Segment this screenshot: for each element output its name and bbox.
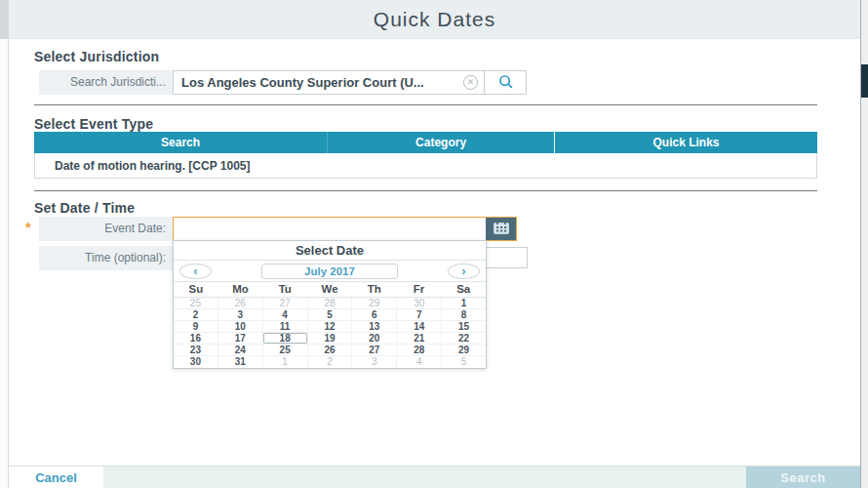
weekday-label: Su [174, 282, 218, 297]
calendar-day[interactable]: 29 [352, 298, 397, 308]
page-left-gutter [0, 0, 9, 488]
calendar-day[interactable]: 15 [442, 321, 486, 332]
event-date-row: Event Date: [39, 217, 517, 241]
chevron-right-icon: › [462, 264, 466, 278]
section-divider [34, 104, 817, 105]
calendar-week-row: 23242526272829 [174, 345, 486, 356]
calendar-week-row: 16171819202122 [174, 333, 486, 345]
calendar-day[interactable]: 25 [263, 345, 308, 355]
jurisdiction-search-group: Search Jurisdicti... ✕ [39, 70, 527, 95]
calendar-day[interactable]: 1 [263, 356, 308, 368]
column-header-quick-links[interactable]: Quick Links [555, 132, 817, 153]
event-type-table-header: SearchCategoryQuick Links [34, 132, 817, 153]
column-header-search[interactable]: Search [34, 132, 328, 153]
calendar-day[interactable]: 14 [397, 321, 442, 332]
set-date-time-heading: Set Date / Time [34, 200, 135, 216]
column-header-category[interactable]: Category [328, 132, 555, 153]
calendar-day[interactable]: 30 [397, 298, 442, 308]
select-event-type-heading: Select Event Type [34, 116, 153, 132]
jurisdiction-field-label: Search Jurisdicti... [39, 70, 173, 95]
date-picker-popup: Select Date ‹ July 2017 › SuMoTuWeThFrSa… [173, 240, 487, 369]
scrollbar-thumb[interactable] [861, 64, 868, 98]
jurisdiction-input[interactable] [173, 70, 485, 95]
calendar-day[interactable]: 4 [397, 356, 442, 368]
calendar-day[interactable]: 25 [174, 298, 218, 308]
event-type-row[interactable]: Date of motion hearing. [CCP 1005] [34, 153, 817, 179]
calendar-day[interactable]: 2 [174, 309, 218, 320]
cancel-button[interactable]: Cancel [9, 467, 103, 488]
calendar-day[interactable]: 8 [442, 309, 486, 320]
dialog-footer: Cancel Search [9, 466, 860, 488]
calendar-day[interactable]: 16 [174, 333, 218, 344]
magnifier-icon [497, 73, 514, 93]
calendar-day[interactable]: 4 [263, 309, 308, 320]
month-year-button[interactable]: July 2017 [261, 264, 398, 279]
calendar-day[interactable]: 5 [308, 309, 353, 320]
calendar-day[interactable]: 20 [352, 333, 397, 344]
calendar-day[interactable]: 21 [397, 333, 442, 344]
calendar-day[interactable]: 6 [352, 309, 397, 320]
calendar-day[interactable]: 26 [218, 298, 263, 308]
calendar-day[interactable]: 7 [397, 309, 442, 320]
event-type-table: SearchCategoryQuick Links Date of motion… [34, 132, 817, 179]
weekday-label: Mo [218, 282, 263, 297]
event-type-table-body: Date of motion hearing. [CCP 1005] [34, 153, 817, 179]
dialog-header: Quick Dates [9, 0, 860, 39]
calendar-day[interactable]: 28 [397, 345, 442, 355]
clear-icon[interactable]: ✕ [463, 75, 478, 90]
calendar-day[interactable]: 3 [218, 309, 263, 320]
calendar-grid: 2526272829301234567891011121314151617181… [174, 298, 486, 368]
calendar-day[interactable]: 5 [442, 356, 486, 368]
calendar-day[interactable]: 11 [263, 321, 308, 332]
calendar-day[interactable]: 27 [263, 298, 308, 308]
calendar-day-today[interactable]: 18 [263, 333, 308, 344]
vertical-scrollbar[interactable] [860, 0, 868, 488]
search-button[interactable]: Search [746, 467, 860, 488]
time-label: Time (optional): [39, 246, 173, 270]
weekday-label: Fr [397, 282, 442, 297]
calendar-day[interactable]: 2 [308, 356, 353, 368]
required-asterisk-icon: * [25, 219, 31, 235]
calendar-day[interactable]: 19 [308, 333, 353, 344]
calendar-day[interactable]: 12 [308, 321, 353, 332]
weekday-header-row: SuMoTuWeThFrSa [174, 282, 486, 298]
jurisdiction-search-button[interactable] [485, 70, 527, 95]
calendar-week-row: 9101112131415 [174, 321, 486, 333]
date-picker-title: Select Date [174, 241, 486, 261]
previous-month-button[interactable]: ‹ [179, 264, 212, 279]
calendar-icon [493, 222, 509, 237]
calendar-day[interactable]: 9 [174, 321, 218, 332]
calendar-toggle-button[interactable] [486, 218, 516, 240]
calendar-day[interactable]: 23 [174, 345, 218, 355]
calendar-week-row: 2526272829301 [174, 298, 486, 309]
event-date-input[interactable] [174, 218, 486, 240]
page-left-gutter-top [0, 0, 8, 39]
next-month-button[interactable]: › [448, 264, 480, 279]
calendar-day[interactable]: 29 [442, 345, 486, 355]
quick-dates-dialog: Quick Dates Select Jurisdiction Search J… [9, 0, 860, 488]
weekday-label: We [307, 282, 352, 297]
calendar-day[interactable]: 17 [218, 333, 263, 344]
weekday-label: Th [352, 282, 397, 297]
jurisdiction-input-wrap: ✕ [173, 70, 485, 95]
calendar-day[interactable]: 3 [352, 356, 397, 368]
event-date-input-group [173, 217, 517, 241]
calendar-day[interactable]: 26 [308, 345, 353, 355]
calendar-day[interactable]: 13 [352, 321, 397, 332]
section-divider [34, 190, 817, 191]
weekday-label: Tu [262, 282, 307, 297]
calendar-day[interactable]: 28 [308, 298, 353, 308]
calendar-day[interactable]: 1 [442, 298, 486, 308]
calendar-day[interactable]: 10 [218, 321, 263, 332]
calendar-week-row: 2345678 [174, 309, 486, 321]
weekday-label: Sa [441, 282, 486, 297]
calendar-day[interactable]: 31 [218, 356, 263, 368]
dialog-title: Quick Dates [374, 0, 495, 39]
calendar-week-row: 303112345 [174, 356, 486, 368]
calendar-day[interactable]: 24 [218, 345, 263, 355]
calendar-day[interactable]: 30 [174, 356, 218, 368]
event-date-label: Event Date: [39, 217, 173, 241]
calendar-day[interactable]: 22 [442, 333, 486, 344]
calendar-day[interactable]: 27 [352, 345, 397, 355]
date-picker-nav: ‹ July 2017 › [174, 261, 486, 282]
